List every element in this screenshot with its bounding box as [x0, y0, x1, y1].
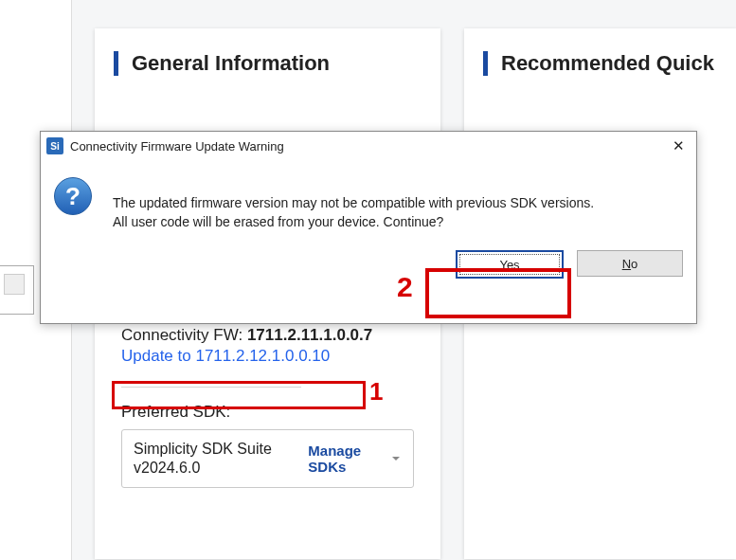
connectivity-fw-line: Connectivity FW: 1711.2.11.1.0.0.7 [121, 326, 414, 345]
dialog-title: Connectivity Firmware Update Warning [70, 139, 668, 154]
card-header: General Information [95, 28, 440, 91]
yes-button[interactable]: Yes [456, 250, 564, 279]
card-title-general: General Information [114, 51, 422, 76]
explorer-item-stub [4, 274, 25, 295]
update-firmware-link[interactable]: Update to 1711.2.12.1.0.0.10 [121, 347, 330, 366]
dialog-titlebar[interactable]: Si Connectivity Firmware Update Warning … [41, 132, 696, 160]
preferred-sdk-selector[interactable]: Simplicity SDK Suite v2024.6.0 Manage SD… [121, 429, 414, 488]
dialog-firmware-update-warning: Si Connectivity Firmware Update Warning … [40, 131, 697, 324]
question-icon: ? [54, 177, 92, 215]
manage-sdks-link[interactable]: Manage SDKs [308, 443, 402, 475]
dialog-message: The updated firmware version may not be … [113, 194, 594, 231]
preferred-sdk-label: Preferred SDK: [121, 403, 414, 422]
connectivity-fw-version: 1711.2.11.1.0.0.7 [247, 326, 372, 344]
card-header: Recommended Quick [464, 28, 736, 91]
sdk-name: Simplicity SDK Suite v2024.6.0 [134, 440, 308, 478]
no-button[interactable]: No [577, 250, 683, 277]
divider [121, 387, 301, 388]
card-title-recommended: Recommended Quick [483, 51, 717, 76]
app-icon: Si [46, 137, 63, 154]
connectivity-fw-label: Connectivity FW: [121, 326, 242, 344]
chevron-down-icon [390, 451, 402, 467]
close-icon[interactable]: ✕ [668, 137, 689, 154]
explorer-pane-stub [0, 265, 34, 315]
